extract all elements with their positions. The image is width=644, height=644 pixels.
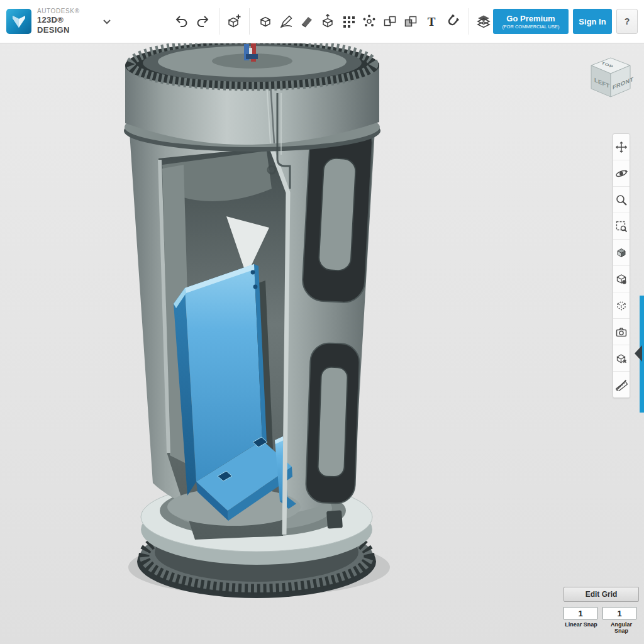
snap-tool-icon[interactable]	[442, 8, 463, 35]
grouping-tool-icon[interactable]	[380, 8, 401, 35]
edit-grid-button[interactable]: Edit Grid	[564, 587, 639, 602]
fit-view-icon[interactable]	[613, 213, 630, 239]
shading-mode-icon[interactable]	[613, 239, 630, 265]
toolbar-divider	[249, 8, 250, 35]
brand-line2: 123D® DESIGN	[37, 15, 92, 36]
linear-snap-label: Linear Snap	[564, 621, 599, 634]
main-menu-chevron-down-icon[interactable]	[102, 16, 112, 26]
screenshot-camera-icon[interactable]	[613, 318, 630, 345]
go-premium-button[interactable]: Go Premium (FOR COMMERCIAL USE)	[493, 9, 569, 34]
circular-pattern-tool-icon[interactable]	[359, 8, 380, 35]
material-browser-icon[interactable]	[613, 265, 630, 292]
model-cylinder-assembly	[0, 0, 644, 644]
canvas-3d-viewport[interactable]	[0, 0, 644, 644]
measure-off-icon[interactable]	[613, 371, 630, 397]
brand-text: AUTODESK® 123D® DESIGN	[37, 8, 92, 36]
show-hide-components-icon[interactable]	[613, 345, 630, 371]
toolbar-divider	[219, 8, 219, 35]
zoom-icon[interactable]	[613, 186, 630, 213]
linear-snap-input[interactable]	[564, 607, 597, 619]
pan-icon[interactable]	[613, 134, 630, 160]
outline-view-icon[interactable]	[613, 292, 630, 318]
grid-settings-panel: Edit Grid Linear Snap Angular Snap	[564, 587, 639, 634]
text-tool-icon[interactable]: T	[421, 8, 442, 35]
pattern-tool-icon[interactable]	[338, 8, 359, 35]
go-premium-sublabel: (FOR COMMERCIAL USE)	[502, 24, 560, 30]
help-button[interactable]: ?	[616, 9, 638, 34]
top-toolbar: AUTODESK® 123D® DESIGN	[0, 0, 644, 43]
primitives-tool-icon[interactable]	[225, 8, 243, 35]
orbit-icon[interactable]	[613, 160, 630, 186]
combine-tool-icon[interactable]	[401, 8, 421, 35]
autodesk-logo-icon	[6, 9, 31, 34]
view-navigation-toolbar	[613, 133, 630, 398]
sketch-tool-icon[interactable]	[276, 8, 297, 35]
angular-snap-label: Angular Snap	[604, 621, 639, 634]
brand-line1: AUTODESK®	[37, 8, 92, 16]
sign-in-label: Sign In	[579, 17, 606, 26]
construct-tool-icon[interactable]	[297, 8, 318, 35]
help-label: ?	[625, 16, 630, 26]
material-tool-icon[interactable]	[475, 8, 493, 35]
angular-snap-input[interactable]	[602, 607, 636, 619]
panel-collapse-arrow-icon[interactable]	[635, 345, 642, 362]
toolbar-divider	[469, 8, 469, 35]
undo-button[interactable]	[172, 8, 192, 35]
go-premium-label: Go Premium	[506, 14, 555, 23]
transform-tool-icon[interactable]	[255, 8, 276, 35]
redo-button[interactable]	[192, 8, 213, 35]
sign-in-button[interactable]: Sign In	[573, 9, 612, 34]
modify-tool-icon[interactable]	[318, 8, 338, 35]
text-tool-glyph: T	[428, 15, 436, 28]
view-cube[interactable]: TOP LEFT FRONT	[585, 54, 636, 111]
